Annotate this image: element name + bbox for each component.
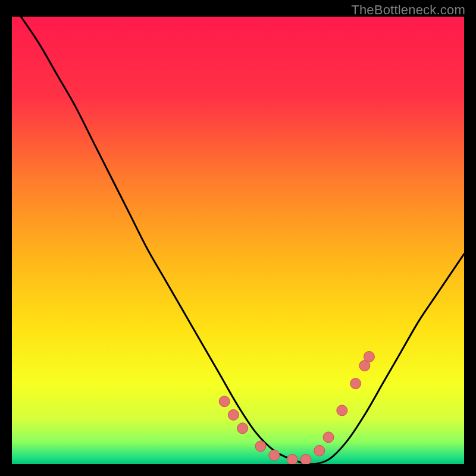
scatter-dot bbox=[237, 423, 248, 434]
watermark-text: TheBottleneck.com bbox=[351, 2, 465, 18]
scatter-dot bbox=[228, 409, 239, 420]
bottleneck-chart bbox=[12, 17, 464, 464]
chart-svg bbox=[12, 17, 464, 464]
scatter-dot bbox=[269, 450, 280, 461]
gradient-background bbox=[12, 17, 464, 464]
scatter-dot bbox=[364, 352, 374, 362]
scatter-dot bbox=[255, 441, 266, 452]
app-frame: TheBottleneck.com bbox=[0, 0, 476, 476]
scatter-dot bbox=[219, 396, 230, 407]
scatter-dot bbox=[337, 405, 347, 416]
scatter-dot bbox=[323, 432, 334, 443]
scatter-dot bbox=[300, 455, 311, 465]
scatter-dot bbox=[350, 378, 361, 389]
scatter-dot bbox=[314, 445, 325, 456]
scatter-dot bbox=[287, 455, 298, 465]
